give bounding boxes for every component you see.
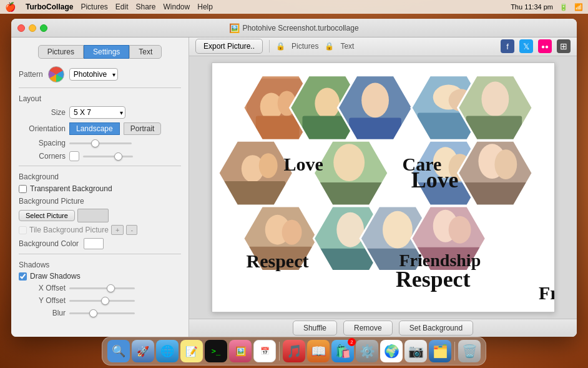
dock-settings[interactable]: ⚙️ <box>356 340 378 362</box>
menubar: 🍎 TurboCollage Pictures Edit Share Windo… <box>0 0 588 14</box>
svg-point-33 <box>481 81 509 116</box>
close-button[interactable] <box>17 24 25 32</box>
pattern-select[interactable]: Photohive <box>69 68 118 81</box>
hex-collage: Love Care Respect Friendship Love Care R… <box>212 63 554 312</box>
menu-window[interactable]: Window <box>164 2 190 11</box>
friendship-text: Friendship <box>539 282 554 303</box>
bg-picture-label: Background Picture <box>19 197 84 206</box>
spacing-slider[interactable] <box>69 142 132 144</box>
y-offset-slider[interactable] <box>69 300 135 302</box>
apple-menu[interactable]: 🍎 <box>5 2 16 12</box>
landscape-button[interactable]: Landscape <box>69 122 120 135</box>
shuffle-button[interactable]: Shuffle <box>293 321 337 336</box>
tile-minus-button[interactable]: - <box>126 225 137 235</box>
desktop: 🍎 TurboCollage Pictures Edit Share Windo… <box>0 0 588 368</box>
main-area: Export Picture.. 🔒 Pictures 🔒 Text f 𝕏 ●… <box>189 37 577 337</box>
menu-file[interactable]: Pictures <box>81 2 107 11</box>
shadows-section-label: Shadows <box>11 257 189 271</box>
tile-checkbox[interactable] <box>19 226 27 234</box>
svg-point-70 <box>448 216 471 243</box>
lock-text-icon: 🔒 <box>325 42 334 51</box>
draw-shadows-row: Draw Shadows <box>11 271 189 282</box>
dock-terminal[interactable]: >_ <box>205 340 227 362</box>
select-picture-button[interactable]: Select Picture <box>19 210 75 221</box>
minimize-button[interactable] <box>29 24 36 32</box>
pictures-toolbar-label[interactable]: Pictures <box>292 42 318 51</box>
tab-settings[interactable]: Settings <box>84 45 129 59</box>
respect-text: Respect <box>395 267 470 292</box>
love-text: Love <box>411 167 458 192</box>
size-select-wrap: 5 X 7 4 X 6 8 X 10 <box>69 106 125 119</box>
corners-row: Corners <box>11 149 189 163</box>
draw-shadows-checkbox[interactable] <box>19 272 27 281</box>
window-title: 🖼️ Photohive Screenshot.turbocollage <box>229 23 358 33</box>
dock-appstore[interactable]: 🛍️ 2 <box>331 340 354 362</box>
bg-color-swatch[interactable] <box>84 238 104 249</box>
spacing-row: Spacing <box>11 137 189 149</box>
remove-button[interactable]: Remove <box>343 321 393 336</box>
pattern-select-wrap: Photohive <box>69 68 118 81</box>
dock-calendar[interactable]: 📅 <box>253 340 276 362</box>
menubar-wifi: 📶 <box>574 3 583 11</box>
transparent-bg-label: Transparent Background <box>30 184 112 193</box>
orientation-row: Orientation Landscape Portrait <box>11 121 189 137</box>
dock-finder[interactable]: 🔍 <box>107 340 130 362</box>
dock-launchpad[interactable]: 🚀 <box>132 340 154 362</box>
spacing-label: Spacing <box>19 139 66 147</box>
menubar-battery: 🔋 <box>559 3 568 11</box>
menu-edit[interactable]: Edit <box>115 2 129 11</box>
blur-slider[interactable] <box>69 312 135 314</box>
dock-notes[interactable]: 📝 <box>180 340 203 362</box>
windows-button[interactable]: ⊞ <box>557 39 571 53</box>
dock-separator-2 <box>454 342 455 361</box>
x-offset-slider[interactable] <box>69 287 135 289</box>
canvas-area[interactable]: Love Care Respect Friendship Love Care R… <box>189 56 577 319</box>
tab-text[interactable]: Text <box>129 45 162 59</box>
main-window: 🖼️ Photohive Screenshot.turbocollage Pic… <box>11 19 577 337</box>
dock-books[interactable]: 📖 <box>307 340 330 362</box>
text-toolbar-label[interactable]: Text <box>340 42 354 51</box>
window-content: Pictures Settings Text Pattern Photohive <box>11 37 577 337</box>
app-name[interactable]: TurboCollage <box>26 2 73 11</box>
corners-slider[interactable] <box>83 156 133 157</box>
window-title-icon: 🖼️ <box>229 23 240 33</box>
corners-label: Corners <box>19 152 66 161</box>
svg-point-65 <box>383 211 413 248</box>
dock-music[interactable]: 🎵 <box>283 340 305 362</box>
dock-safari[interactable]: 🌐 <box>156 340 179 362</box>
dock-files[interactable]: 🗂️ <box>429 340 451 362</box>
bg-picture-label-row: Background Picture <box>11 195 189 207</box>
bg-picture-input-row: Select Picture <box>11 207 189 224</box>
dock-trash[interactable]: 🗑️ <box>458 340 481 362</box>
set-background-button[interactable]: Set Background <box>399 321 473 336</box>
svg-rect-17 <box>255 116 299 141</box>
collage-canvas: Love Care Respect Friendship Love Care R… <box>212 62 555 312</box>
export-button[interactable]: Export Picture.. <box>195 39 263 54</box>
pattern-row: Pattern Photohive <box>11 64 189 85</box>
dock-turbocollage[interactable]: 🖼️ <box>229 340 252 362</box>
menu-help[interactable]: Help <box>197 2 213 11</box>
tile-plus-button[interactable]: + <box>111 225 124 235</box>
menubar-right: Thu 11:34 pm 🔋 📶 <box>511 3 583 11</box>
dock-photos[interactable]: 📷 <box>404 340 427 362</box>
facebook-button[interactable]: f <box>501 39 514 53</box>
size-select[interactable]: 5 X 7 4 X 6 8 X 10 <box>69 106 125 119</box>
toolbar-divider <box>269 40 270 52</box>
portrait-button[interactable]: Portrait <box>124 122 162 135</box>
corners-checkbox[interactable] <box>69 151 79 161</box>
tab-pictures[interactable]: Pictures <box>38 45 84 59</box>
maximize-button[interactable] <box>40 24 47 32</box>
flickr-button[interactable]: ●● <box>538 39 552 53</box>
toolbar-social: f 𝕏 ●● ⊞ <box>501 39 571 53</box>
collage-svg: Love Care Respect Friendship <box>212 62 554 312</box>
dock-chrome[interactable]: 🌍 <box>380 340 403 362</box>
svg-point-24 <box>361 82 389 117</box>
twitter-button[interactable]: 𝕏 <box>519 39 533 53</box>
bg-color-label: Background Color <box>19 239 79 248</box>
bottom-bar: Shuffle Remove Set Background <box>189 319 577 337</box>
blur-label: Blur <box>19 309 66 317</box>
pattern-swatch <box>48 66 64 82</box>
menu-share[interactable]: Share <box>136 2 156 11</box>
transparent-bg-checkbox[interactable] <box>19 185 27 193</box>
dock: 🔍 🚀 🌐 📝 >_ 🖼️ 📅 🎵 📖 🛍️ 2 ⚙️ 🌍 📷 🗂️ 🗑️ <box>102 337 486 366</box>
